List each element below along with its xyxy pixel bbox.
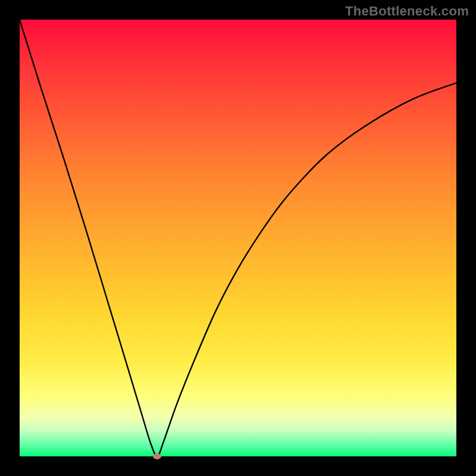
plot-area (20, 20, 456, 456)
watermark-text: TheBottleneck.com (345, 4, 469, 19)
bottleneck-curve (20, 20, 456, 456)
minimum-marker (153, 453, 161, 459)
chart-frame: TheBottleneck.com (0, 0, 476, 476)
curve-svg (20, 20, 456, 456)
